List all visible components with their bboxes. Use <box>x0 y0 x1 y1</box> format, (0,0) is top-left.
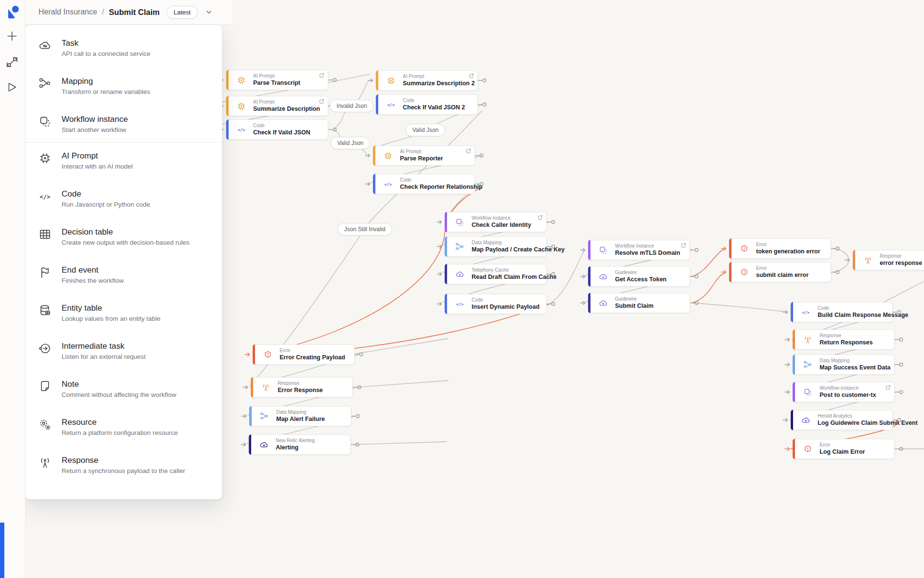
add-node-button[interactable] <box>6 30 18 42</box>
external-link-icon[interactable] <box>319 99 324 104</box>
node-error-response[interactable]: ResponseError Response <box>251 377 353 397</box>
edge-out-port[interactable] <box>475 182 485 186</box>
edge-in-arrow-icon <box>783 417 789 423</box>
edge-out-port[interactable] <box>895 362 904 367</box>
palette-item-decision-table[interactable]: Decision tableCreate new output with dec… <box>25 227 222 246</box>
node-error-creating-payload[interactable]: ErrorError Creating Payload <box>253 344 355 365</box>
edge-out-port[interactable] <box>475 153 485 158</box>
palette-item-mapping[interactable]: MappingTransform or rename variables <box>25 77 222 95</box>
breadcrumb-workspace[interactable]: Herald Insurance <box>38 8 97 16</box>
node-title: token generation error <box>756 248 820 255</box>
version-badge[interactable]: Latest <box>167 6 198 19</box>
external-link-icon[interactable] <box>469 73 474 79</box>
palette-item-workflow-instance[interactable]: Workflow instanceStart another workflow <box>25 115 222 133</box>
edge-out-port[interactable] <box>547 302 556 306</box>
node-resolve-mtls-domain[interactable]: Workflow instanceResolve mTLS Domain <box>588 240 690 260</box>
node-submit-claim[interactable]: GuidewireSubmit Claim <box>588 293 690 313</box>
node-submit-claim-error[interactable]: Errorsubmit claim error <box>729 262 831 282</box>
node-check-reporter-relationship[interactable]: CodeCheck Reporter Relationship <box>373 174 475 194</box>
edge-out-port[interactable] <box>547 220 556 224</box>
node-check-caller-identity[interactable]: Workflow instanceCheck Caller Identity <box>445 212 547 232</box>
palette-item-code[interactable]: CodeRun Javascript or Python code <box>25 189 222 208</box>
edge-out-port[interactable] <box>353 385 362 390</box>
palette-item-intermediate-task[interactable]: Intermediate taskListen for an external … <box>25 342 222 360</box>
node-read-draft-claim-from-cache[interactable]: Telephony CacheRead Draft Claim From Cac… <box>445 264 547 284</box>
node-map-payload-create-cache-key[interactable]: Data MappingMap Payload / Create Cache K… <box>445 236 547 257</box>
edge-out-port[interactable] <box>328 127 338 132</box>
node-return-responses[interactable]: ResponseReturn Responses <box>793 329 895 350</box>
palette-item-ai-prompt[interactable]: AI PromptInteract with an AI model <box>25 151 222 170</box>
node-parse-transcript[interactable]: AI PromptParse Transcript <box>226 70 328 90</box>
node-accent-stripe <box>376 70 378 91</box>
palette-item-entity-table[interactable]: Entity tableLookup values from an entity… <box>25 303 222 322</box>
edge-out-port[interactable] <box>895 447 904 451</box>
palette-item-end-event[interactable]: End eventFinishes the workflow <box>25 265 222 284</box>
ai-prompt-icon <box>386 76 396 85</box>
edge-out-port[interactable] <box>355 352 364 357</box>
edge-out-port[interactable] <box>893 418 902 422</box>
node-type-label: Code <box>472 297 539 303</box>
node-insert-dynamic-payload[interactable]: CodeInsert Dynamic Payload <box>445 294 547 314</box>
workflow-graph-button[interactable] <box>6 56 18 68</box>
edge-out-port[interactable] <box>478 102 488 107</box>
edge-out-port[interactable] <box>831 270 841 275</box>
external-link-icon[interactable] <box>319 73 324 78</box>
edge-out-port[interactable] <box>328 78 338 82</box>
data-mapping-icon <box>803 360 812 369</box>
node-accent-stripe <box>226 70 229 90</box>
node-summarize-description[interactable]: AI PromptSummarize Description <box>226 96 328 116</box>
run-workflow-button[interactable] <box>6 81 18 93</box>
node-log-guidewire-claim-submit-event[interactable]: Herald AnalyticsLog Guidewire Claim Subm… <box>791 410 893 430</box>
edge-out-port[interactable] <box>895 337 904 342</box>
node-map-alert-failure[interactable]: Data MappingMap Alert Failure <box>249 406 351 426</box>
edge-out-port[interactable] <box>351 442 360 447</box>
edge-out-port[interactable] <box>690 248 700 252</box>
node-accent-stripe <box>376 94 378 115</box>
edge-out-port[interactable] <box>831 246 841 251</box>
node-build-claim-response-message[interactable]: CodeBuild Claim Response Message <box>791 302 893 322</box>
palette-item-task[interactable]: TaskAPI call to a connected service <box>25 39 222 57</box>
node-map-success-event-data[interactable]: Data MappingMap Success Event Data <box>793 355 895 375</box>
palette-item-response[interactable]: ResponseReturn a synchronous payload to … <box>25 456 222 474</box>
node-post-to-customer-tx[interactable]: Workflow instancePost to customer-tx <box>793 382 895 402</box>
edge-out-port[interactable] <box>547 244 556 249</box>
edge-in-arrow-icon <box>845 257 851 263</box>
node-summarize-description-2[interactable]: AI PromptSummarize Description 2 <box>376 70 478 91</box>
node-token-generation-error[interactable]: Errortoken generation error <box>729 238 831 259</box>
edge-out-port[interactable] <box>690 301 700 305</box>
node-title: Check If Valid JSON <box>253 129 310 136</box>
node-check-if-valid-json[interactable]: CodeCheck If Valid JSON <box>226 119 328 140</box>
external-link-icon[interactable] <box>681 243 686 248</box>
chevron-down-icon[interactable] <box>205 9 212 15</box>
app-logo[interactable] <box>7 5 19 19</box>
edge-out-port[interactable] <box>893 310 902 315</box>
node-title: Summarize Description <box>253 105 320 113</box>
node-check-if-valid-json-2[interactable]: CodeCheck If Valid JSON 2 <box>376 94 478 115</box>
node-error-response-sync[interactable]: Responseerror response <box>853 250 924 270</box>
node-log-claim-error[interactable]: ErrorLog Claim Error <box>793 439 895 459</box>
code-icon <box>384 180 393 189</box>
breadcrumb-separator: / <box>102 8 104 16</box>
edge-in-arrow-icon <box>244 352 251 357</box>
node-alerting[interactable]: New Relic AlertingAlerting <box>249 434 351 455</box>
node-accent-stripe <box>373 145 375 166</box>
node-title: Check Reporter Relationship <box>400 183 475 191</box>
external-link-icon[interactable] <box>466 148 471 154</box>
node-parse-reporter[interactable]: AI PromptParse Reporter <box>373 145 475 166</box>
palette-item-note[interactable]: NoteComment without affecting the workfl… <box>25 380 222 398</box>
edge-out-port[interactable] <box>895 390 904 394</box>
edge-out-port[interactable] <box>351 414 361 419</box>
node-get-access-token[interactable]: GuidewireGet Access Token <box>588 266 690 287</box>
edge-out-port[interactable] <box>478 78 488 83</box>
palette-item-label: AI Prompt <box>62 151 133 161</box>
node-type-label: AI Prompt <box>400 148 443 155</box>
edge-in-arrow-icon <box>436 301 443 307</box>
edge-in-arrow-icon <box>241 413 248 419</box>
edge-out-port[interactable] <box>690 274 700 279</box>
palette-item-resource[interactable]: ResourceReturn a platform configuration … <box>25 418 222 436</box>
external-link-icon[interactable] <box>886 385 891 390</box>
external-link-icon[interactable] <box>538 215 543 220</box>
node-title: Error Creating Payload <box>280 354 345 361</box>
canvas-scrollbar[interactable] <box>0 523 4 578</box>
edge-out-port[interactable] <box>547 272 556 276</box>
